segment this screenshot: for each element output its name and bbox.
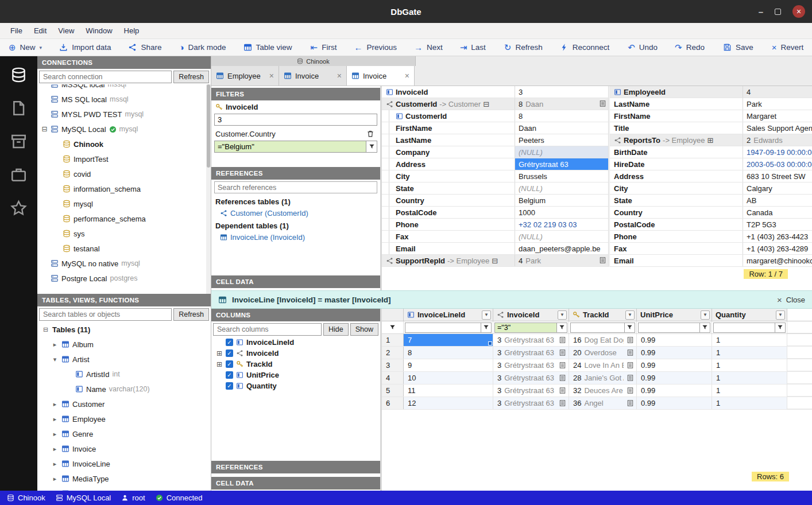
tree-item[interactable]: ▸ Album — [37, 337, 211, 352]
field-label-cell[interactable]: BirthDate — [610, 146, 743, 158]
tables-refresh-button[interactable]: Refresh — [173, 308, 209, 321]
connection-item[interactable]: MySQL no native mysql — [37, 256, 211, 271]
field-label-cell[interactable]: PostalCode — [382, 207, 515, 218]
field-value-cell[interactable]: 4 — [743, 86, 812, 98]
field-label-cell[interactable]: CustomerId — [382, 110, 515, 122]
field-value-cell[interactable]: 8 Daan — [515, 98, 608, 110]
open-record-icon[interactable] — [599, 257, 606, 264]
cell-trackid[interactable]: 24 Love In An Elevator — [569, 359, 637, 371]
expand-collapse-box[interactable]: ⊞ — [707, 137, 713, 144]
expand-arrow[interactable]: ▸ — [51, 341, 59, 348]
archive-nav-icon[interactable] — [10, 133, 27, 150]
first-button[interactable]: ⇤First — [302, 39, 346, 56]
scrollbar-thumb[interactable] — [207, 84, 210, 168]
tree-item[interactable]: ▸ Genre — [37, 426, 211, 441]
column-toggle-row[interactable]: ✓ UnitPrice — [211, 370, 380, 380]
cell-quantity[interactable]: 1 — [712, 347, 787, 359]
connection-item[interactable]: MS SQL local mssql — [37, 92, 211, 107]
cell-quantity[interactable]: 1 — [712, 359, 787, 371]
field-value-cell[interactable]: Grétrystraat 63 — [515, 158, 608, 170]
field-label-cell[interactable]: Address — [382, 158, 515, 170]
connections-refresh-button[interactable]: Refresh — [173, 71, 209, 83]
filter-menu-button[interactable] — [625, 323, 635, 333]
field-label-cell[interactable]: LastName — [610, 98, 743, 110]
title-bar[interactable]: DbGate – × — [0, 0, 812, 23]
field-value-cell[interactable]: (NULL) — [515, 231, 608, 242]
menu-item[interactable]: Edit — [28, 25, 52, 37]
open-record-icon[interactable] — [627, 336, 634, 344]
connections-nav-icon[interactable] — [10, 67, 27, 83]
expand-collapse-box[interactable]: ⊞ — [216, 349, 223, 358]
files-nav-icon[interactable] — [10, 100, 27, 116]
previous-button[interactable]: ←Previous — [345, 39, 405, 56]
column-checkbox[interactable]: ✓ — [226, 349, 233, 357]
field-label-cell[interactable]: Email — [382, 243, 515, 254]
menu-item[interactable]: File — [5, 25, 28, 37]
field-label-cell[interactable]: FirstName — [382, 122, 515, 134]
header-quantity[interactable]: Quantity ▼ — [712, 309, 787, 321]
filter-menu-button[interactable] — [775, 323, 786, 333]
redo-button[interactable]: ↷Redo — [666, 39, 713, 56]
expand-collapse-box[interactable]: ⊟ — [41, 125, 48, 133]
expand-arrow[interactable]: ⊟ — [42, 326, 49, 333]
open-record-icon[interactable] — [559, 387, 566, 394]
undo-button[interactable]: ↶Undo — [619, 39, 666, 56]
field-label-cell[interactable]: HireDate — [610, 158, 743, 170]
tables-search-input[interactable] — [39, 308, 172, 321]
field-value-cell[interactable]: 2003-05-03 00:00:00 — [743, 158, 812, 170]
expand-collapse-box[interactable]: ⊞ — [216, 360, 223, 368]
row-number[interactable]: 4 — [382, 372, 404, 384]
header-invoicelineid[interactable]: InvoiceLineId ▼ — [404, 309, 493, 321]
connections-scrollbar[interactable] — [206, 84, 211, 294]
open-record-icon[interactable] — [627, 399, 634, 407]
column-toggle-row[interactable]: ⊞ ✓ TrackId — [211, 359, 380, 370]
tree-item[interactable]: ▾ Artist — [37, 352, 211, 367]
field-label-cell[interactable]: Company — [382, 146, 515, 158]
connection-item[interactable]: MSSQL local mssql — [37, 84, 211, 92]
open-record-icon[interactable] — [559, 362, 566, 369]
open-record-icon[interactable] — [599, 100, 606, 107]
close-button[interactable]: × — [792, 5, 805, 18]
field-label-cell[interactable]: SupportRepId -> Employee ⊟ — [382, 255, 515, 266]
favorites-nav-icon[interactable] — [10, 200, 27, 216]
open-record-icon[interactable] — [627, 349, 634, 356]
revert-button[interactable]: ×Revert — [763, 39, 812, 56]
field-value-cell[interactable]: 1947-09-19 00:00:00 — [743, 146, 812, 158]
tree-item[interactable]: ArtistId int — [37, 367, 211, 382]
row-number[interactable]: 3 — [382, 359, 404, 371]
field-value-cell[interactable]: T2P 5G3 — [743, 219, 812, 230]
tree-item[interactable]: ▸ Customer — [37, 397, 211, 411]
field-value-cell[interactable]: margaret@chinookcorp.com — [743, 255, 812, 266]
column-toggle-row[interactable]: ✓ InvoiceLineId — [211, 337, 380, 348]
cell-quantity[interactable]: 1 — [712, 334, 787, 346]
refresh-button[interactable]: ↻Refresh — [496, 39, 551, 56]
field-label-cell[interactable]: Email — [610, 255, 743, 266]
header-trackid[interactable]: TrackId ▼ — [569, 309, 637, 321]
cell-invoicelineid[interactable]: 12 — [404, 397, 493, 409]
connection-item[interactable]: ⊟ MySQL Local mysql — [37, 122, 211, 137]
field-value-cell[interactable]: 8 — [515, 110, 608, 122]
field-value-cell[interactable]: Peeters — [515, 134, 608, 146]
row-number[interactable]: 1 — [382, 334, 404, 346]
dark-mode-button[interactable]: ◑Dark mode — [170, 39, 234, 56]
expand-arrow[interactable]: ▸ — [51, 445, 59, 453]
field-value-cell[interactable]: +32 02 219 03 03 — [515, 219, 608, 230]
header-unitprice[interactable]: UnitPrice ▼ — [637, 309, 712, 321]
column-menu-button[interactable]: ▼ — [776, 310, 785, 320]
reference-link-invoiceline[interactable]: InvoiceLine (InvoiceId) — [211, 231, 380, 243]
connection-item[interactable]: Postgre Local postgres — [37, 271, 211, 286]
field-label-cell[interactable]: LastName — [382, 134, 515, 146]
field-value-cell[interactable]: Daan — [515, 122, 608, 134]
field-label-cell[interactable]: Address — [610, 170, 743, 182]
column-toggle-row[interactable]: ⊞ ✓ InvoiceId — [211, 348, 380, 359]
expand-arrow[interactable]: ▸ — [51, 475, 59, 483]
field-label-cell[interactable]: EmployeeId — [610, 86, 743, 98]
cell-quantity[interactable]: 1 — [712, 384, 787, 397]
connection-item[interactable]: covid — [37, 166, 211, 181]
connection-item[interactable]: ImportTest — [37, 152, 211, 166]
tree-item[interactable]: ▸ InvoiceLine — [37, 456, 211, 471]
field-value-cell[interactable]: 3 — [515, 86, 608, 98]
cell-invoiceid[interactable]: 3 Grétrystraat 63 — [493, 347, 569, 359]
cell-unitprice[interactable]: 0.99 — [637, 359, 712, 371]
expand-collapse-box[interactable]: ⊟ — [492, 257, 498, 265]
